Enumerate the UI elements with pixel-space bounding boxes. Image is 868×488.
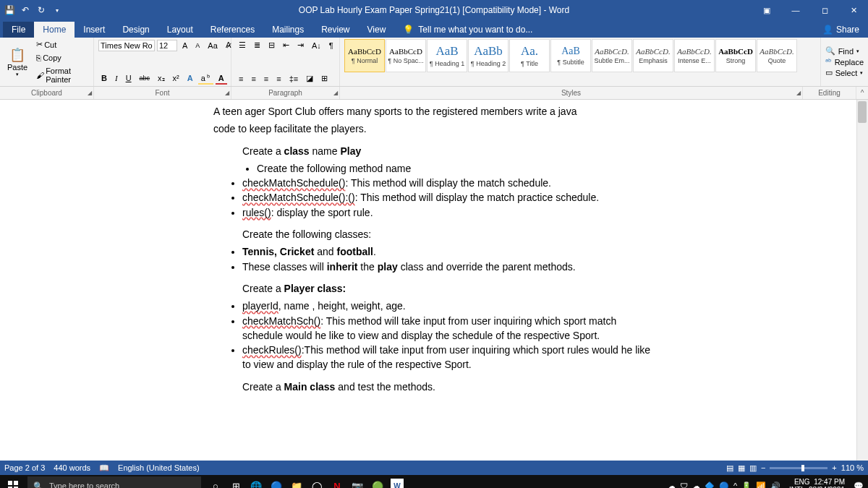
zoom-level[interactable]: 110 %	[841, 463, 864, 472]
format-painter-button[interactable]: 🖌Format Painter	[33, 65, 89, 85]
highlight-button[interactable]: aᵇ	[198, 72, 213, 85]
share-button[interactable]: 👤 Share	[814, 22, 868, 38]
zoom-slider[interactable]	[770, 467, 827, 469]
chrome-icon[interactable]: 🌐	[249, 479, 263, 488]
sort-icon[interactable]: A↓	[309, 40, 324, 51]
find-button[interactable]: 🔍Find ▾	[825, 46, 864, 56]
tray-shield-icon[interactable]: 🛡	[680, 481, 688, 488]
notifications-icon[interactable]: 💬	[854, 481, 864, 489]
tab-design[interactable]: Design	[114, 22, 158, 38]
style---title[interactable]: Aa.¶ Title	[509, 39, 550, 72]
multilevel-icon[interactable]: ⊟	[265, 39, 278, 51]
save-icon[interactable]: 💾	[4, 5, 14, 15]
cut-button[interactable]: ✂Cut	[33, 38, 89, 51]
tray-volume-icon[interactable]: 🔊	[770, 481, 780, 489]
style-strong[interactable]: AaBbCcDStrong	[715, 39, 756, 72]
document-page[interactable]: A teen ager Sport Club offers many sport…	[177, 100, 691, 461]
subscript-button[interactable]: x₂	[155, 72, 168, 85]
redo-icon[interactable]: ↻	[36, 5, 46, 15]
zoom-in-icon[interactable]: +	[832, 463, 836, 472]
tray-chevron-up-icon[interactable]: ^	[733, 481, 737, 488]
tell-me-search[interactable]: 💡 Tell me what you want to do...	[394, 22, 541, 38]
cortana-icon[interactable]: ○	[208, 479, 223, 488]
edge-icon[interactable]: 🔵	[269, 479, 284, 488]
font-expand-icon[interactable]: ◢	[225, 90, 229, 96]
tab-review[interactable]: Review	[312, 22, 358, 38]
change-case-button[interactable]: Aa	[205, 40, 220, 51]
shrink-font-icon[interactable]: A	[192, 40, 203, 51]
style-emphasis[interactable]: AaBbCcD.Emphasis	[633, 39, 673, 72]
print-layout-icon[interactable]: ▦	[738, 463, 745, 473]
paragraph-expand-icon[interactable]: ◢	[333, 90, 338, 96]
italic-button[interactable]: I	[112, 72, 121, 84]
tab-home[interactable]: Home	[34, 22, 75, 38]
align-left-icon[interactable]: ≡	[236, 73, 246, 85]
tab-layout[interactable]: Layout	[158, 22, 202, 38]
tray-bluetooth-icon[interactable]: 🔵	[719, 481, 729, 489]
read-mode-icon[interactable]: ▤	[726, 463, 733, 473]
text-effects-icon[interactable]: A	[184, 72, 196, 84]
justify-icon[interactable]: ≡	[273, 73, 284, 85]
undo-icon[interactable]: ↶	[20, 5, 30, 15]
borders-icon[interactable]: ⊞	[318, 72, 331, 85]
zoom-out-icon[interactable]: −	[761, 463, 765, 472]
inc-indent-icon[interactable]: ⇥	[294, 39, 307, 51]
tab-insert[interactable]: Insert	[75, 22, 114, 38]
tray-wifi-icon[interactable]: 📶	[756, 481, 766, 489]
tray-app-icon[interactable]: 🔷	[705, 481, 715, 489]
tray-weather-icon[interactable]: ☁	[668, 481, 676, 489]
word-count[interactable]: 440 words	[54, 463, 90, 472]
camera-icon[interactable]: 📷	[350, 479, 365, 488]
vertical-scrollbar[interactable]	[856, 100, 868, 461]
style-subtle-em---[interactable]: AaBbCcD.Subtle Em...	[592, 39, 632, 72]
tray-onedrive-icon[interactable]: ☁	[692, 481, 700, 489]
style---subtitle[interactable]: AaB¶ Subtitle	[550, 39, 591, 72]
replace-button[interactable]: ᵃᵇReplace	[825, 57, 864, 67]
app-icon[interactable]: 🟢	[370, 479, 385, 488]
collapse-ribbon-icon[interactable]: ^	[861, 89, 864, 97]
style---heading-2[interactable]: AaBb¶ Heading 2	[468, 39, 509, 72]
spellcheck-icon[interactable]: 📖	[99, 463, 109, 473]
copy-button[interactable]: ⎘Copy	[33, 52, 89, 64]
maximize-icon[interactable]: ◻	[810, 0, 839, 20]
style---no-spac---[interactable]: AaBbCcD¶ No Spac...	[386, 39, 426, 72]
font-name-select[interactable]	[98, 40, 155, 51]
style-quote[interactable]: AaBbCcD.Quote	[757, 39, 797, 72]
superscript-button[interactable]: x²	[170, 72, 182, 84]
styles-expand-icon[interactable]: ◢	[796, 90, 801, 96]
close-icon[interactable]: ✕	[839, 0, 868, 20]
align-right-icon[interactable]: ≡	[261, 73, 271, 85]
tab-references[interactable]: References	[202, 22, 263, 38]
tray-battery-icon[interactable]: 🔋	[741, 481, 752, 489]
bullets-icon[interactable]: ☰	[236, 39, 249, 51]
explorer-icon[interactable]: 📁	[289, 479, 304, 488]
line-spacing-icon[interactable]: ‡≡	[286, 73, 302, 85]
style---normal[interactable]: AaBbCcD¶ Normal	[344, 39, 385, 72]
minimize-icon[interactable]: —	[781, 0, 810, 20]
clipboard-expand-icon[interactable]: ◢	[88, 90, 92, 96]
page-indicator[interactable]: Page 2 of 3	[4, 463, 45, 472]
dec-indent-icon[interactable]: ⇤	[280, 39, 292, 51]
underline-button[interactable]: U	[123, 72, 135, 84]
align-center-icon[interactable]: ≡	[248, 73, 258, 85]
start-button[interactable]	[0, 475, 26, 488]
shading-icon[interactable]: ◪	[303, 72, 316, 85]
tab-mailings[interactable]: Mailings	[263, 22, 312, 38]
style-intense-e---[interactable]: AaBbCcD.Intense E...	[674, 39, 715, 72]
tab-view[interactable]: View	[359, 22, 395, 38]
ribbon-display-icon[interactable]: ▣	[752, 0, 781, 20]
web-layout-icon[interactable]: ▥	[749, 463, 757, 473]
strike-button[interactable]: abc	[137, 73, 153, 83]
eclipse-icon[interactable]: ◯	[310, 479, 324, 488]
font-color-button[interactable]: A	[216, 72, 227, 85]
taskbar-search[interactable]: 🔍 Type here to search	[27, 476, 201, 488]
tab-file[interactable]: File	[3, 22, 34, 38]
bold-button[interactable]: B	[98, 72, 110, 84]
numbering-icon[interactable]: ≣	[251, 39, 263, 51]
style---heading-1[interactable]: AaB¶ Heading 1	[427, 39, 467, 72]
word-icon[interactable]: W	[391, 479, 404, 488]
pilcrow-icon[interactable]: ¶	[326, 40, 336, 51]
select-button[interactable]: ▭Select ▾	[825, 68, 864, 77]
netflix-icon[interactable]: N	[330, 479, 344, 488]
tray-clock[interactable]: ENG 12:47 PM INTL 28/04/2021	[785, 478, 849, 488]
